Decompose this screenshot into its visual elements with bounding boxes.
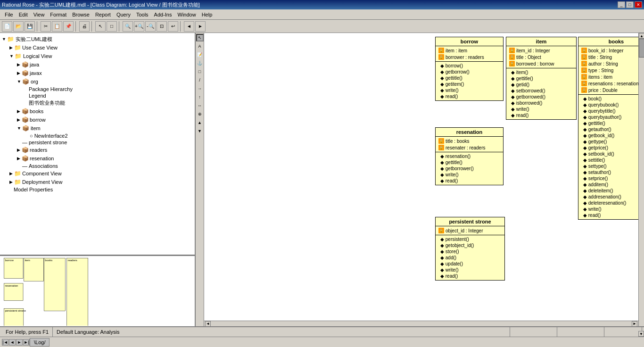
tb-save[interactable]: 💾	[25, 21, 35, 32]
tb-zoomout[interactable]: -🔍	[145, 21, 156, 32]
tree-associations[interactable]: ▶ — Associations	[2, 163, 193, 169]
method: ◆ getborrower()	[438, 165, 501, 172]
menu-view[interactable]: View	[31, 11, 48, 18]
method: ◆ gettitle()	[438, 159, 501, 165]
toolbar: 📄 📂 💾 ✂ 📋 📌 🖨 ↖ □ 🔍 +🔍 -🔍 ⊡ ↩ ◄ ►	[0, 20, 644, 33]
tb-zoomin[interactable]: +🔍	[134, 21, 144, 32]
menu-edit[interactable]: Edit	[16, 11, 31, 18]
menu-tools[interactable]: Tools	[133, 11, 151, 18]
method: ◆ resenation()	[438, 153, 501, 159]
lock-icon: 🔒	[509, 48, 515, 53]
tool-down[interactable]: ▼	[196, 127, 204, 135]
tree-legend[interactable]: ▶ Legend	[2, 92, 193, 99]
class-item[interactable]: item 🔒 item_id : Integer 🔒 title : Objec…	[506, 37, 577, 120]
nav-next[interactable]: ►	[16, 339, 23, 346]
tb-copy[interactable]: 📋	[52, 21, 62, 32]
tree-java[interactable]: ▶ 📦 java	[2, 60, 193, 69]
tool-arrow[interactable]: →	[196, 85, 204, 92]
status-empty3	[604, 327, 642, 337]
tb-print[interactable]: 🖨	[79, 21, 90, 32]
attr: 🔒 title : String	[580, 54, 638, 60]
tb-forward[interactable]: ►	[195, 21, 206, 32]
class-books[interactable]: books 🔒 book_id : Integer 🔒 title : Stri…	[578, 37, 638, 220]
minimize-button[interactable]: _	[618, 1, 625, 8]
menu-addins[interactable]: Add-Ins	[151, 11, 175, 18]
tree-javax[interactable]: ▶ 📦 javax	[2, 69, 193, 77]
nav-first[interactable]: |◄	[2, 339, 8, 346]
horizontal-scrollbar[interactable]: ◄ ►	[204, 321, 638, 326]
tool-text[interactable]: A	[196, 42, 204, 50]
tool-extend[interactable]: ↑	[196, 93, 204, 101]
tb-fit[interactable]: ⊡	[157, 21, 167, 32]
class-persistent[interactable]: persistent strone 🔒 object_id : Integer …	[435, 217, 505, 281]
menu-report[interactable]: Report	[92, 11, 114, 18]
tb-sep3	[91, 21, 93, 32]
nav-prev[interactable]: ◄	[9, 339, 16, 346]
vertical-scrollbar[interactable]: ▲ ▼	[638, 33, 644, 326]
scroll-right-arrow[interactable]: ►	[632, 321, 637, 327]
tb-undo[interactable]: ↩	[168, 21, 178, 32]
diagram-and-scroll: borrow 🔒 item : item 🔒 borrower : reader…	[204, 33, 638, 326]
tb-new[interactable]: 📄	[2, 21, 12, 32]
tree-item[interactable]: ▼ 📦 item	[2, 124, 193, 132]
close-button[interactable]: ✕	[635, 1, 642, 8]
tree-model-props[interactable]: ▶ Model Properties	[2, 186, 193, 193]
tree-readers[interactable]: ▶ 📦 readers	[2, 146, 193, 154]
tree-use-case-view[interactable]: ▶ 📁 Use Case View	[2, 43, 193, 52]
tb-paste[interactable]: 📌	[63, 21, 74, 32]
nav-last[interactable]: ►|	[23, 339, 30, 346]
menu-file[interactable]: File	[2, 11, 16, 18]
tb-open[interactable]: 📂	[13, 21, 24, 32]
window-title: Rational Rose - 实验二UML建模.mdl - [Class Di…	[2, 1, 618, 8]
tree-item-label: Model Properties	[14, 187, 53, 192]
diagram-area[interactable]: borrow 🔒 item : item 🔒 borrower : reader…	[204, 33, 638, 321]
tool-anchor[interactable]: ⚓	[196, 59, 204, 67]
tb-back[interactable]: ◄	[184, 21, 194, 32]
tree-newinterface[interactable]: ▶ ○ NewInterface2	[2, 132, 193, 139]
tree-org[interactable]: ▼ 📦 org	[2, 77, 193, 86]
method: ◆ book()	[580, 96, 638, 102]
tb-rect[interactable]: □	[107, 21, 117, 32]
tree-component-view[interactable]: ▶ 📁 Component View	[2, 169, 193, 178]
restore-button[interactable]: □	[626, 1, 634, 8]
tb-cut[interactable]: ✂	[41, 21, 51, 32]
tree-logical-view[interactable]: ▼ 📁 Logical View	[2, 52, 193, 60]
scroll-thumb[interactable]	[639, 39, 644, 58]
class-borrow-methods: ◆ borrow() ◆ getborrow() ◆ gettitle() ◆ …	[436, 62, 503, 100]
tb-browse[interactable]: 🔍	[123, 21, 133, 32]
tree-pkg-hier[interactable]: ▶ Package Hierarchy	[2, 86, 193, 92]
tool-box[interactable]: □	[196, 68, 204, 75]
tree-item-label: borrow	[30, 117, 46, 123]
scroll-left-arrow[interactable]: ◄	[205, 321, 211, 327]
tree-persistent[interactable]: ▶ — persistent strone	[2, 139, 193, 146]
tree-view[interactable]: ▼ 📁 实验二UML建模 ▶ 📁 Use Case View ▼ 📁 Logic…	[0, 33, 195, 256]
tree-library[interactable]: ▶ 图书馆业务功能	[2, 99, 193, 107]
tool-note[interactable]: 📝	[196, 51, 204, 58]
tree-books[interactable]: ▶ 📦 books	[2, 107, 193, 116]
class-resenation[interactable]: resenation 🔒 title : books 🔒 resenater :…	[435, 127, 504, 185]
lock-icon: 🔒	[581, 81, 587, 86]
lock-icon: 🔒	[581, 67, 587, 73]
tool-select[interactable]: ↖	[196, 34, 204, 41]
tree-deployment-view[interactable]: ▶ 📁 Deployment View	[2, 178, 193, 186]
menu-query[interactable]: Query	[114, 11, 133, 18]
menu-format[interactable]: Format	[47, 11, 69, 18]
menu-browse[interactable]: Browse	[69, 11, 92, 18]
side-toolbar: ↖ A 📝 ⚓ □ / → ↑ ↔ ⊕ ▲ ▼	[196, 33, 204, 326]
tree-resenation[interactable]: ▶ 📦 resenation	[2, 154, 193, 163]
tree-borrow[interactable]: ▶ 📦 borrow	[2, 116, 193, 124]
log-tab[interactable]: \Log/	[30, 338, 50, 347]
lock-icon: 🔒	[509, 54, 515, 60]
tb-cursor[interactable]: ↖	[95, 21, 106, 32]
tool-zoom[interactable]: ⊕	[196, 110, 204, 118]
menu-window[interactable]: Window	[175, 11, 199, 18]
class-borrow[interactable]: borrow 🔒 item : item 🔒 borrower : reader…	[435, 37, 504, 101]
folder-icon: 📁	[14, 170, 21, 177]
tool-up[interactable]: ▲	[196, 119, 204, 126]
scroll-track[interactable]	[211, 322, 632, 326]
scroll-up-arrow[interactable]: ▲	[639, 33, 644, 39]
tool-line[interactable]: /	[196, 76, 204, 84]
tool-assoc[interactable]: ↔	[196, 102, 204, 109]
tree-root[interactable]: ▼ 📁 实验二UML建模	[2, 35, 193, 43]
menu-help[interactable]: Help	[199, 11, 215, 18]
